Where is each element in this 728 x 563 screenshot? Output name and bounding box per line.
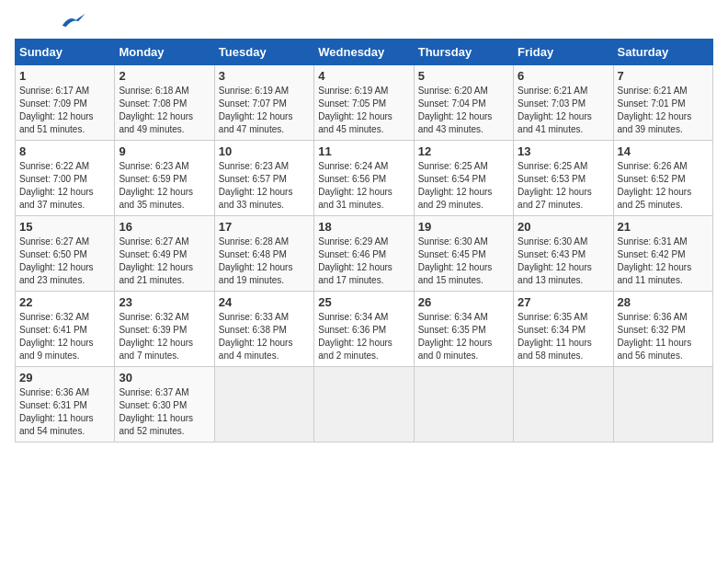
calendar-cell: 17 Sunrise: 6:28 AM Sunset: 6:48 PM Dayl…: [214, 216, 313, 292]
day-info: Sunrise: 6:36 AM Sunset: 6:32 PM Dayligh…: [618, 311, 709, 362]
calendar-cell: [414, 367, 513, 442]
day-info: Sunrise: 6:30 AM Sunset: 6:45 PM Dayligh…: [418, 236, 509, 287]
day-info: Sunrise: 6:27 AM Sunset: 6:50 PM Dayligh…: [19, 236, 110, 287]
calendar-cell: [214, 367, 313, 442]
day-number: 24: [219, 295, 310, 309]
day-number: 20: [518, 220, 609, 234]
day-number: 25: [318, 295, 409, 309]
calendar-cell: [514, 367, 613, 442]
calendar-week-row: 15 Sunrise: 6:27 AM Sunset: 6:50 PM Dayl…: [16, 216, 713, 292]
calendar-table: SundayMondayTuesdayWednesdayThursdayFrid…: [15, 39, 713, 442]
page-header: [15, 15, 713, 29]
weekday-header: Thursday: [414, 40, 513, 65]
calendar-cell: 20 Sunrise: 6:30 AM Sunset: 6:43 PM Dayl…: [514, 216, 613, 292]
day-info: Sunrise: 6:31 AM Sunset: 6:42 PM Dayligh…: [618, 236, 709, 287]
calendar-cell: 9 Sunrise: 6:23 AM Sunset: 6:59 PM Dayli…: [115, 141, 214, 216]
day-info: Sunrise: 6:18 AM Sunset: 7:08 PM Dayligh…: [119, 85, 210, 136]
day-number: 21: [618, 220, 709, 234]
calendar-cell: 5 Sunrise: 6:20 AM Sunset: 7:04 PM Dayli…: [414, 65, 513, 141]
calendar-cell: 15 Sunrise: 6:27 AM Sunset: 6:50 PM Dayl…: [16, 216, 115, 292]
day-info: Sunrise: 6:21 AM Sunset: 7:01 PM Dayligh…: [618, 85, 709, 136]
day-info: Sunrise: 6:29 AM Sunset: 6:46 PM Dayligh…: [318, 236, 409, 287]
day-number: 17: [219, 220, 310, 234]
calendar-cell: 10 Sunrise: 6:23 AM Sunset: 6:57 PM Dayl…: [214, 141, 313, 216]
day-number: 7: [618, 69, 709, 83]
calendar-cell: 13 Sunrise: 6:25 AM Sunset: 6:53 PM Dayl…: [514, 141, 613, 216]
day-number: 23: [119, 295, 210, 309]
logo-bird-icon: [59, 11, 86, 29]
day-info: Sunrise: 6:17 AM Sunset: 7:09 PM Dayligh…: [19, 85, 110, 136]
calendar-cell: 28 Sunrise: 6:36 AM Sunset: 6:32 PM Dayl…: [613, 292, 712, 367]
day-info: Sunrise: 6:30 AM Sunset: 6:43 PM Dayligh…: [518, 236, 609, 287]
day-info: Sunrise: 6:25 AM Sunset: 6:54 PM Dayligh…: [418, 160, 509, 212]
day-info: Sunrise: 6:22 AM Sunset: 7:00 PM Dayligh…: [19, 160, 110, 212]
day-number: 2: [119, 69, 210, 83]
day-number: 5: [418, 69, 509, 83]
weekday-header-row: SundayMondayTuesdayWednesdayThursdayFrid…: [16, 40, 713, 65]
calendar-cell: [314, 367, 414, 442]
day-number: 18: [318, 220, 409, 234]
day-info: Sunrise: 6:27 AM Sunset: 6:49 PM Dayligh…: [119, 236, 210, 287]
day-number: 13: [518, 144, 609, 158]
day-info: Sunrise: 6:24 AM Sunset: 6:56 PM Dayligh…: [318, 160, 409, 212]
day-info: Sunrise: 6:25 AM Sunset: 6:53 PM Dayligh…: [518, 160, 609, 212]
calendar-cell: 24 Sunrise: 6:33 AM Sunset: 6:38 PM Dayl…: [214, 292, 313, 367]
calendar-cell: 27 Sunrise: 6:35 AM Sunset: 6:34 PM Dayl…: [514, 292, 613, 367]
day-info: Sunrise: 6:36 AM Sunset: 6:31 PM Dayligh…: [19, 386, 110, 438]
day-number: 15: [19, 220, 110, 234]
calendar-week-row: 8 Sunrise: 6:22 AM Sunset: 7:00 PM Dayli…: [16, 141, 713, 216]
calendar-week-row: 22 Sunrise: 6:32 AM Sunset: 6:41 PM Dayl…: [16, 292, 713, 367]
calendar-cell: 19 Sunrise: 6:30 AM Sunset: 6:45 PM Dayl…: [414, 216, 513, 292]
day-number: 8: [19, 144, 110, 158]
day-info: Sunrise: 6:19 AM Sunset: 7:05 PM Dayligh…: [318, 85, 409, 136]
day-info: Sunrise: 6:37 AM Sunset: 6:30 PM Dayligh…: [119, 386, 210, 438]
day-info: Sunrise: 6:23 AM Sunset: 6:57 PM Dayligh…: [219, 160, 310, 212]
day-number: 3: [219, 69, 310, 83]
day-info: Sunrise: 6:34 AM Sunset: 6:35 PM Dayligh…: [418, 311, 509, 362]
calendar-cell: 14 Sunrise: 6:26 AM Sunset: 6:52 PM Dayl…: [613, 141, 712, 216]
calendar-cell: 22 Sunrise: 6:32 AM Sunset: 6:41 PM Dayl…: [16, 292, 115, 367]
day-number: 26: [418, 295, 509, 309]
day-info: Sunrise: 6:23 AM Sunset: 6:59 PM Dayligh…: [119, 160, 210, 212]
day-info: Sunrise: 6:19 AM Sunset: 7:07 PM Dayligh…: [219, 85, 310, 136]
calendar-cell: [613, 367, 712, 442]
day-number: 22: [19, 295, 110, 309]
day-info: Sunrise: 6:34 AM Sunset: 6:36 PM Dayligh…: [318, 311, 409, 362]
calendar-week-row: 29 Sunrise: 6:36 AM Sunset: 6:31 PM Dayl…: [16, 367, 713, 442]
calendar-cell: 16 Sunrise: 6:27 AM Sunset: 6:49 PM Dayl…: [115, 216, 214, 292]
day-info: Sunrise: 6:35 AM Sunset: 6:34 PM Dayligh…: [518, 311, 609, 362]
day-info: Sunrise: 6:32 AM Sunset: 6:41 PM Dayligh…: [19, 311, 110, 362]
day-number: 9: [119, 144, 210, 158]
calendar-cell: 2 Sunrise: 6:18 AM Sunset: 7:08 PM Dayli…: [115, 65, 214, 141]
day-number: 28: [618, 295, 709, 309]
weekday-header: Wednesday: [314, 40, 414, 65]
day-number: 14: [618, 144, 709, 158]
calendar-cell: 23 Sunrise: 6:32 AM Sunset: 6:39 PM Dayl…: [115, 292, 214, 367]
day-info: Sunrise: 6:33 AM Sunset: 6:38 PM Dayligh…: [219, 311, 310, 362]
calendar-cell: 18 Sunrise: 6:29 AM Sunset: 6:46 PM Dayl…: [314, 216, 414, 292]
day-number: 12: [418, 144, 509, 158]
calendar-week-row: 1 Sunrise: 6:17 AM Sunset: 7:09 PM Dayli…: [16, 65, 713, 141]
calendar-cell: 7 Sunrise: 6:21 AM Sunset: 7:01 PM Dayli…: [613, 65, 712, 141]
calendar-cell: 6 Sunrise: 6:21 AM Sunset: 7:03 PM Dayli…: [514, 65, 613, 141]
weekday-header: Saturday: [613, 40, 712, 65]
calendar-cell: 26 Sunrise: 6:34 AM Sunset: 6:35 PM Dayl…: [414, 292, 513, 367]
day-info: Sunrise: 6:26 AM Sunset: 6:52 PM Dayligh…: [618, 160, 709, 212]
calendar-cell: 8 Sunrise: 6:22 AM Sunset: 7:00 PM Dayli…: [16, 141, 115, 216]
weekday-header: Tuesday: [214, 40, 313, 65]
day-number: 1: [19, 69, 110, 83]
day-number: 10: [219, 144, 310, 158]
calendar-cell: 1 Sunrise: 6:17 AM Sunset: 7:09 PM Dayli…: [16, 65, 115, 141]
calendar-cell: 30 Sunrise: 6:37 AM Sunset: 6:30 PM Dayl…: [115, 367, 214, 442]
calendar-cell: 21 Sunrise: 6:31 AM Sunset: 6:42 PM Dayl…: [613, 216, 712, 292]
day-number: 4: [318, 69, 409, 83]
calendar-cell: 3 Sunrise: 6:19 AM Sunset: 7:07 PM Dayli…: [214, 65, 313, 141]
calendar-cell: 25 Sunrise: 6:34 AM Sunset: 6:36 PM Dayl…: [314, 292, 414, 367]
day-number: 16: [119, 220, 210, 234]
day-info: Sunrise: 6:32 AM Sunset: 6:39 PM Dayligh…: [119, 311, 210, 362]
day-number: 6: [518, 69, 609, 83]
weekday-header: Monday: [115, 40, 214, 65]
weekday-header: Friday: [514, 40, 613, 65]
weekday-header: Sunday: [16, 40, 115, 65]
day-info: Sunrise: 6:28 AM Sunset: 6:48 PM Dayligh…: [219, 236, 310, 287]
